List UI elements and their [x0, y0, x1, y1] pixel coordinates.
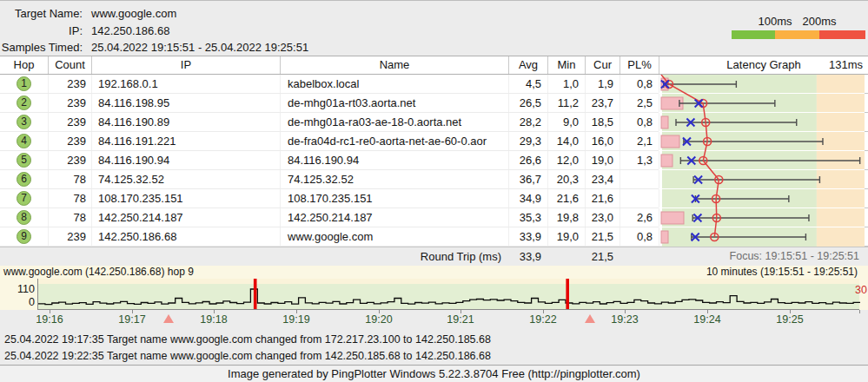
legend-red-segment: [819, 30, 865, 39]
samples-timed-value: 25.04.2022 19:15:51 - 25.04.2022 19:25:5…: [91, 41, 308, 54]
hop-cur: 21,6: [585, 189, 620, 207]
hop-ip: 108.170.235.151: [91, 189, 280, 207]
latency-scale-max: 131ms: [829, 56, 863, 74]
hop-rows: 1 239 192.168.0.1 kabelbox.local 4,5 1,0…: [0, 75, 868, 247]
trace-table-header: Hop Count IP Name Avg Min Cur PL% Latenc…: [0, 56, 868, 75]
hop-ip: 84.116.198.95: [91, 94, 280, 112]
col-header-latency-graph: Latency Graph 131ms: [659, 56, 868, 74]
time-tick-label: 19:21: [447, 313, 474, 326]
hop-name: 84.116.190.94: [280, 151, 508, 169]
table-row[interactable]: 9 239 142.250.186.68 www.google.com 33,9…: [0, 227, 868, 247]
time-tick-label: 19:19: [282, 313, 309, 326]
hop-ip: 84.116.191.221: [91, 132, 280, 150]
table-row[interactable]: 4 239 84.116.191.221 de-fra04d-rc1-re0-a…: [0, 132, 868, 151]
col-header-ip: IP: [91, 56, 280, 74]
round-trip-row: Round Trip (ms) 33,9 21,5 Focus: 19:15:5…: [0, 247, 868, 266]
round-trip-label: Round Trip (ms): [280, 247, 508, 266]
hop-number-badge: 1: [17, 76, 31, 91]
generated-by-note: Image generated by PingPlotter Windows 5…: [0, 366, 868, 382]
hop-name: 142.250.214.187: [280, 208, 508, 227]
hop-name: de-mhg01a-ra03-ae-18-0.aorta.net: [280, 113, 508, 131]
table-row[interactable]: 8 78 142.250.214.187 142.250.214.187 35,…: [0, 208, 868, 227]
hop-pl: [620, 170, 659, 188]
hop-count: 78: [48, 208, 91, 227]
hop-name: 108.170.235.151: [280, 189, 508, 207]
route-change-marker[interactable]: [163, 314, 174, 323]
table-row[interactable]: 1 239 192.168.0.1 kabelbox.local 4,5 1,0…: [0, 75, 868, 94]
hop-pl: 1,3: [620, 151, 659, 169]
col-header-count: Count: [48, 56, 91, 74]
hop-ip: 142.250.214.187: [91, 208, 280, 227]
hop-pl: [620, 189, 659, 207]
hop-min: 1,0: [547, 75, 585, 93]
time-tick-label: 19:25: [776, 313, 803, 326]
time-tick-label: 19:22: [529, 313, 556, 326]
hop-ip: 192.168.0.1: [91, 75, 280, 93]
route-change-marker[interactable]: [585, 314, 595, 323]
hop-name: kabelbox.local: [280, 75, 508, 93]
hop-count: 239: [48, 94, 91, 112]
table-row[interactable]: 2 239 84.116.198.95 de-mhg01a-rt03.aorta…: [0, 94, 868, 113]
legend-100ms-label: 100ms: [758, 15, 792, 28]
col-header-avg: Avg: [508, 56, 547, 74]
col-header-name: Name: [280, 56, 508, 74]
hop-min: 14,0: [547, 132, 585, 150]
hop-ip: 84.116.190.94: [91, 151, 280, 169]
focus-range-label: Focus: 19:15:51 - 19:25:51: [659, 247, 868, 266]
hop-avg: 35,3: [508, 208, 547, 227]
target-name-label: Target Name:: [0, 7, 91, 20]
hop-name: de-mhg01a-rt03.aorta.net: [280, 94, 508, 112]
hop-min: 21,6: [547, 189, 585, 207]
timeline-plot-row: 110 0 30: [0, 279, 868, 310]
timeline-header: www.google.com (142.250.186.68) hop 9 10…: [0, 266, 868, 279]
hop-count: 239: [48, 227, 91, 246]
hop-pl: 0,8: [620, 75, 659, 93]
hop-number-badge: 8: [17, 210, 31, 225]
hop-ip: 84.116.190.89: [91, 113, 280, 131]
hop-number-badge: 5: [17, 153, 31, 168]
legend-green-segment: [732, 30, 775, 39]
hop-pl: 2,6: [620, 208, 659, 227]
summary-header: Target Name:www.google.com IP:142.250.18…: [0, 1, 868, 56]
hop-count: 239: [48, 113, 91, 131]
event-message: 25.04.2022 19:22:35 Target name www.goog…: [4, 348, 864, 365]
hop-cur: 18,5: [585, 113, 620, 131]
legend-200ms-label: 200ms: [802, 15, 836, 28]
table-row[interactable]: 7 78 108.170.235.151 108.170.235.151 34,…: [0, 189, 868, 208]
hop-avg: 36,7: [508, 170, 547, 188]
timeline-series: [38, 279, 860, 309]
hop-name: 74.125.32.52: [280, 170, 508, 188]
table-row[interactable]: 3 239 84.116.190.89 de-mhg01a-ra03-ae-18…: [0, 113, 868, 132]
hop-min: 9,0: [547, 113, 585, 131]
hop-min: 20,3: [547, 170, 585, 188]
hop-number-badge: 6: [17, 172, 31, 187]
time-tick-label: 19:23: [611, 313, 638, 326]
hop-number-badge: 7: [17, 191, 31, 206]
hop-min: 11,2: [547, 94, 585, 112]
hop-avg: 34,9: [508, 189, 547, 207]
time-tick-label: 19:16: [36, 313, 63, 326]
hop-ip: 74.125.32.52: [91, 170, 280, 188]
hop-number-badge: 4: [17, 134, 31, 148]
hop-cur: 21,5: [585, 227, 620, 246]
timeline-target-label: www.google.com (142.250.186.68) hop 9: [3, 266, 194, 279]
table-row[interactable]: 6 78 74.125.32.52 74.125.32.52 36,7 20,3…: [0, 170, 868, 189]
hop-cur: 23,7: [585, 94, 620, 112]
hop-pl: 2,1: [620, 132, 659, 150]
hop-cur: 19,0: [585, 151, 620, 169]
hop-min: 19,0: [547, 227, 585, 246]
table-row[interactable]: 5 239 84.116.190.94 84.116.190.94 26,6 1…: [0, 151, 868, 170]
y-axis-max-label: 110: [3, 283, 35, 295]
col-header-min: Min: [547, 56, 585, 74]
hop-cur: 1,9: [585, 75, 620, 93]
timeline-range-label: 10 minutes (19:15:51 - 19:25:51): [706, 266, 858, 279]
latency-color-legend: [732, 30, 865, 39]
timeline-graph[interactable]: [37, 279, 859, 310]
event-message: 25.04.2022 19:17:35 Target name www.goog…: [4, 332, 864, 348]
hop-avg: 33,9: [508, 227, 547, 246]
hop-name: www.google.com: [280, 227, 508, 246]
time-tick-label: 19:17: [118, 313, 145, 326]
hop-cur: 23,0: [585, 208, 620, 227]
hop-avg: 26,5: [508, 94, 547, 112]
hop-count: 239: [48, 132, 91, 150]
